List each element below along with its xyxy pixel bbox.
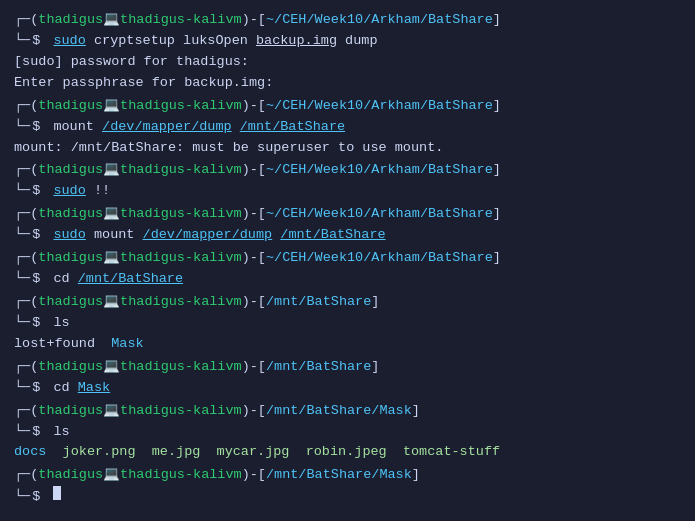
command-line-9[interactable]: └─$ (14, 486, 681, 508)
block-5: ┌─(thadigus💻thadigus-kalivm)-[~/CEH/Week… (14, 248, 681, 290)
block-9: ┌─(thadigus💻thadigus-kalivm)-[/mnt/BatSh… (14, 465, 681, 508)
mask-dir: Mask (111, 336, 143, 351)
prompt-line-9: ┌─(thadigus💻thadigus-kalivm)-[/mnt/BatSh… (14, 465, 681, 486)
output-passphrase: Enter passphrase for backup.img: (14, 73, 681, 94)
path-3: ~/CEH/Week10/Arkham/BatShare (266, 160, 493, 181)
prompt-line-7: ┌─(thadigus💻thadigus-kalivm)-[/mnt/BatSh… (14, 357, 681, 378)
command-line-1: └─$ sudo cryptsetup luksOpen backup.img … (14, 31, 681, 52)
output-sudo-password: [sudo] password for thadigus: (14, 52, 681, 73)
block-3: ┌─(thadigus💻thadigus-kalivm)-[~/CEH/Week… (14, 160, 681, 202)
prompt-line-8: ┌─(thadigus💻thadigus-kalivm)-[/mnt/BatSh… (14, 401, 681, 422)
terminal-cursor (53, 486, 61, 500)
mnt-arg: /mnt/BatShare (240, 119, 345, 134)
me-file: me.jpg (152, 444, 201, 459)
dev-mapper-arg: /dev/mapper/dump (102, 119, 232, 134)
path-2: ~/CEH/Week10/Arkham/BatShare (266, 96, 493, 117)
cd-arg-5: /mnt/BatShare (78, 271, 183, 286)
command-line-6: └─$ ls (14, 313, 681, 334)
path-7: /mnt/BatShare (266, 357, 371, 378)
user-host-8: thadigus💻thadigus-kalivm (38, 401, 241, 422)
output-ls-1: lost+found Mask (14, 334, 681, 355)
prompt-line-4: ┌─(thadigus💻thadigus-kalivm)-[~/CEH/Week… (14, 204, 681, 225)
output-mount-error: mount: /mnt/BatShare: must be superuser … (14, 138, 681, 159)
path-8: /mnt/BatShare/Mask (266, 401, 412, 422)
prompt-line-2: ┌─(thadigus💻thadigus-kalivm)-[~/CEH/Week… (14, 96, 681, 117)
command-line-8: └─$ ls (14, 422, 681, 443)
dev-mapper-arg-4: /dev/mapper/dump (143, 227, 273, 242)
sudo-cmd: sudo (53, 33, 85, 48)
user-host-5: thadigus💻thadigus-kalivm (38, 248, 241, 269)
lost-found: lost+found (14, 336, 95, 351)
path-5: ~/CEH/Week10/Arkham/BatShare (266, 248, 493, 269)
block-8: ┌─(thadigus💻thadigus-kalivm)-[/mnt/BatSh… (14, 401, 681, 464)
path: ~/CEH/Week10/Arkham/BatShare (266, 10, 493, 31)
tomcat-file: tomcat-stuff (403, 444, 500, 459)
user-host: thadigus💻thadigus-kalivm (38, 10, 241, 31)
user-host-7: thadigus💻thadigus-kalivm (38, 357, 241, 378)
user-host-6: thadigus💻thadigus-kalivm (38, 292, 241, 313)
block-1: ┌─(thadigus💻thadigus-kalivm)-[~/CEH/Week… (14, 10, 681, 94)
path-6: /mnt/BatShare (266, 292, 371, 313)
prompt-line-6: ┌─(thadigus💻thadigus-kalivm)-[/mnt/BatSh… (14, 292, 681, 313)
sudo-cmd-3: sudo (53, 183, 85, 198)
user-host-2: thadigus💻thadigus-kalivm (38, 96, 241, 117)
terminal-window: ┌─(thadigus💻thadigus-kalivm)-[~/CEH/Week… (14, 10, 681, 508)
command-line-2: └─$ mount /dev/mapper/dump /mnt/BatShare (14, 117, 681, 138)
robin-file: robin.jpeg (306, 444, 387, 459)
mycar-file: mycar.jpg (217, 444, 290, 459)
block-2: ┌─(thadigus💻thadigus-kalivm)-[~/CEH/Week… (14, 96, 681, 159)
command-line-3: └─$ sudo !! (14, 181, 681, 202)
command-line-7: └─$ cd Mask (14, 378, 681, 399)
mnt-arg-4: /mnt/BatShare (280, 227, 385, 242)
prompt-line-5: ┌─(thadigus💻thadigus-kalivm)-[~/CEH/Week… (14, 248, 681, 269)
docs-dir: docs (14, 444, 46, 459)
backup-arg: backup.img (256, 33, 337, 48)
path-9: /mnt/BatShare/Mask (266, 465, 412, 486)
prompt-line-1: ┌─(thadigus💻thadigus-kalivm)-[~/CEH/Week… (14, 10, 681, 31)
user-host-3: thadigus💻thadigus-kalivm (38, 160, 241, 181)
output-ls-2: docs joker.png me.jpg mycar.jpg robin.jp… (14, 442, 681, 463)
block-4: ┌─(thadigus💻thadigus-kalivm)-[~/CEH/Week… (14, 204, 681, 246)
path-4: ~/CEH/Week10/Arkham/BatShare (266, 204, 493, 225)
sudo-cmd-4: sudo (53, 227, 85, 242)
block-6: ┌─(thadigus💻thadigus-kalivm)-[/mnt/BatSh… (14, 292, 681, 355)
command-line-5: └─$ cd /mnt/BatShare (14, 269, 681, 290)
prompt-line-3: ┌─(thadigus💻thadigus-kalivm)-[~/CEH/Week… (14, 160, 681, 181)
user-host-4: thadigus💻thadigus-kalivm (38, 204, 241, 225)
user-host-9: thadigus💻thadigus-kalivm (38, 465, 241, 486)
cd-arg-7: Mask (78, 380, 110, 395)
block-7: ┌─(thadigus💻thadigus-kalivm)-[/mnt/BatSh… (14, 357, 681, 399)
command-line-4: └─$ sudo mount /dev/mapper/dump /mnt/Bat… (14, 225, 681, 246)
joker-file: joker.png (63, 444, 136, 459)
dash: ┌─ (14, 10, 30, 31)
